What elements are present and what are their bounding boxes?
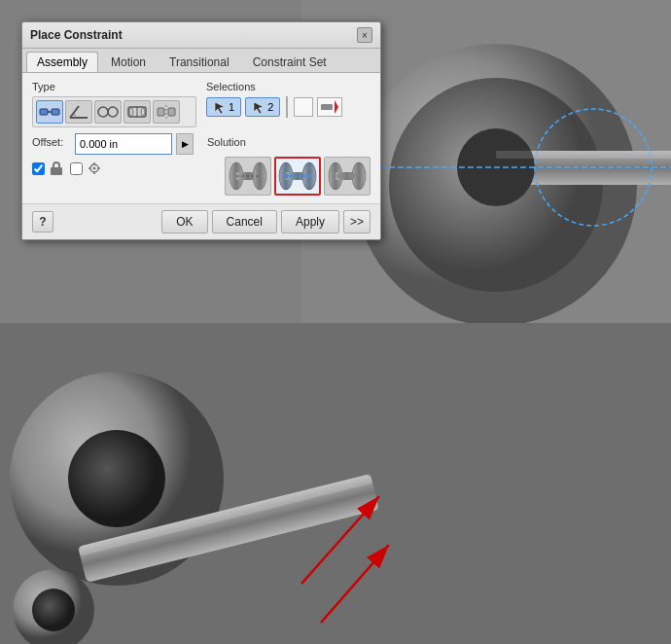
options-row — [32, 161, 104, 176]
type-insert-button[interactable] — [124, 100, 151, 124]
svg-rect-18 — [298, 101, 309, 113]
tab-assembly[interactable]: Assembly — [26, 52, 98, 72]
svg-point-7 — [98, 107, 108, 117]
shaft-highlight — [496, 151, 671, 159]
dialog-titlebar: Place Constraint × — [22, 22, 380, 49]
close-button[interactable]: × — [357, 27, 372, 43]
svg-point-23 — [93, 167, 96, 170]
bottom-3d-scene — [0, 323, 671, 644]
right-column: Selections 1 2 — [206, 81, 371, 127]
apply-button[interactable]: Apply — [281, 210, 339, 233]
solution-1-button[interactable] — [225, 157, 271, 196]
svg-rect-19 — [321, 104, 333, 110]
svg-marker-16 — [215, 102, 225, 114]
cursor-icon-1 — [213, 100, 227, 114]
type-tangent-button[interactable] — [94, 100, 122, 124]
ok-button[interactable]: OK — [161, 210, 207, 233]
solution-3-icon — [328, 160, 367, 193]
bottom-shaft-end-hole — [32, 589, 75, 631]
offset-arrow-button[interactable]: ▶ — [176, 133, 194, 155]
type-symmetry-button[interactable] — [153, 100, 180, 124]
extra-checkbox[interactable] — [70, 162, 83, 175]
tab-motion[interactable]: Motion — [100, 52, 157, 72]
sel-btn-1-label: 1 — [229, 101, 234, 113]
mate-icon — [39, 103, 60, 121]
type-label: Type — [32, 81, 196, 92]
bottom-scene-svg — [0, 323, 671, 644]
more-button[interactable]: >> — [343, 210, 371, 233]
type-icon-row — [32, 96, 196, 127]
angle-icon — [68, 103, 89, 121]
selections-label: Selections — [206, 81, 371, 92]
svg-rect-15 — [168, 108, 175, 116]
svg-rect-2 — [40, 109, 48, 115]
tab-constraint-set[interactable]: Constraint Set — [242, 52, 337, 72]
pick-feature-button[interactable] — [317, 97, 342, 117]
offset-input[interactable] — [75, 133, 172, 155]
type-angle-button[interactable] — [65, 100, 92, 124]
place-constraint-dialog: Place Constraint × Assembly Motion Trans… — [21, 21, 381, 240]
insert-icon — [126, 103, 148, 121]
help-button[interactable]: ? — [32, 211, 53, 233]
pick-part-icon — [298, 101, 309, 113]
solution-label: Solution — [207, 136, 246, 148]
settings-icon — [85, 161, 104, 176]
solution-2-icon — [278, 160, 317, 193]
selection-2-button[interactable]: 2 — [245, 97, 280, 117]
sel-btn-2-label: 2 — [267, 101, 273, 113]
left-column: Type — [32, 81, 196, 127]
solution-area — [32, 157, 371, 196]
lock-icon — [47, 161, 66, 176]
dialog-body: Type — [22, 73, 380, 203]
symmetry-icon — [156, 103, 177, 121]
selection-1-button[interactable]: 1 — [206, 97, 241, 117]
footer-right: OK Cancel Apply >> — [161, 210, 371, 233]
option-lock — [32, 161, 66, 176]
solution-1-icon — [229, 160, 267, 193]
tab-transitional[interactable]: Transitional — [159, 52, 240, 72]
footer-left: ? — [32, 211, 53, 233]
solution-3-button[interactable] — [324, 157, 371, 196]
type-mate-button[interactable] — [36, 100, 63, 124]
dialog-tabs: Assembly Motion Transitional Constraint … — [22, 49, 380, 73]
selections-row: 1 2 — [206, 96, 371, 118]
svg-rect-3 — [52, 109, 59, 115]
main-columns: Type — [32, 81, 371, 127]
svg-marker-20 — [335, 100, 338, 114]
pick-part-check[interactable] — [294, 97, 313, 117]
svg-point-11 — [129, 108, 133, 116]
solution-2-button[interactable] — [274, 157, 321, 196]
svg-point-12 — [141, 108, 145, 116]
dialog-footer: ? OK Cancel Apply >> — [22, 203, 380, 239]
offset-row: Offset: ▶ Solution — [32, 133, 371, 155]
solution-section: Solution — [207, 136, 246, 152]
dialog-title: Place Constraint — [30, 28, 123, 42]
pick-feature-icon — [321, 100, 338, 114]
separator — [286, 96, 288, 118]
svg-rect-21 — [51, 167, 62, 175]
svg-marker-17 — [254, 102, 264, 114]
cancel-button[interactable]: Cancel — [212, 210, 277, 233]
offset-label: Offset: — [32, 136, 71, 148]
bottom-disc-hole — [68, 430, 165, 527]
svg-point-8 — [108, 107, 118, 117]
option-extra — [70, 161, 104, 176]
tangent-icon — [97, 103, 119, 121]
svg-rect-14 — [158, 108, 164, 116]
solution-buttons — [225, 157, 371, 196]
lock-checkbox[interactable] — [32, 162, 45, 175]
cursor-icon-2 — [252, 100, 265, 114]
